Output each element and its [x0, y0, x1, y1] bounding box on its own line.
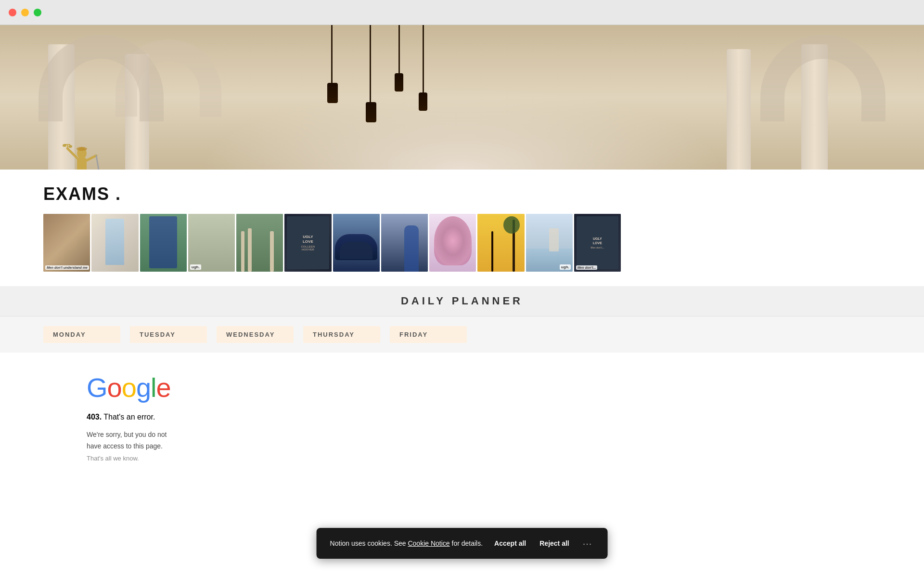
arch-column — [727, 49, 751, 170]
planner-days: MONDAY TUESDAY WEDNESDAY THURSDAY FRIDAY — [0, 316, 924, 353]
photo-thumbnail: UGLYLOVE COLLEENHOOVER — [284, 214, 331, 272]
logo-letter-o1: o — [107, 372, 122, 403]
logo-letter-l: l — [151, 372, 156, 403]
lady-justice-statue — [63, 110, 101, 170]
svg-point-8 — [63, 144, 66, 147]
maximize-button[interactable] — [34, 9, 41, 16]
photo-item — [477, 214, 524, 272]
photo-item — [236, 214, 283, 272]
error-code: 403. — [87, 413, 102, 421]
close-button[interactable] — [9, 9, 16, 16]
logo-letter-g2: g — [136, 372, 151, 403]
browser-content: EXAMS . Men don't understand me — [0, 25, 924, 578]
photo-thumbnail — [91, 214, 138, 272]
exams-title: EXAMS . — [43, 184, 881, 204]
error-short-desc: That's an error. — [102, 413, 155, 421]
planner-day-thursday: THURSDAY — [303, 326, 380, 343]
logo-letter-e: e — [156, 372, 170, 403]
planner-day-tuesday: TUESDAY — [130, 326, 207, 343]
photo-thumbnail — [429, 214, 476, 272]
more-options-icon[interactable]: ··· — [581, 538, 594, 549]
svg-point-9 — [68, 145, 72, 148]
cookie-banner: Notion uses cookies. See Cookie Notice f… — [317, 528, 608, 559]
photo-item: UGLYLOVE COLLEENHOOVER — [284, 214, 331, 272]
planner-title: DAILY PLANNER — [0, 286, 924, 316]
daily-planner-section: DAILY PLANNER MONDAY TUESDAY WEDNESDAY T… — [0, 286, 924, 353]
photo-item — [140, 214, 187, 272]
cookie-message: Notion uses cookies. See — [330, 539, 408, 547]
google-logo: Google — [87, 372, 837, 403]
hero-banner — [0, 25, 924, 170]
logo-letter-g: G — [87, 372, 107, 403]
photo-thumbnail — [333, 214, 380, 272]
photo-thumbnail: UGLYLOVE Men don't... Men don't... — [574, 214, 621, 272]
error-description: We're sorry, but you do not have access … — [87, 429, 212, 464]
cookie-message-end: for details. — [450, 539, 483, 547]
logo-letter-o2: o — [122, 372, 136, 403]
error-desc-line1: We're sorry, but you do not — [87, 429, 212, 440]
photo-item: ugh. — [188, 214, 235, 272]
svg-point-11 — [77, 147, 87, 151]
error-note: That's all we know. — [87, 454, 212, 464]
error-code-line: 403. That's an error. — [87, 413, 837, 421]
window-chrome — [0, 0, 924, 25]
reject-all-button[interactable]: Reject all — [538, 537, 571, 550]
photo-thumbnail — [140, 214, 187, 272]
cookie-notice-link[interactable]: Cookie Notice — [408, 539, 449, 547]
photo-thumbnail: ugh. — [526, 214, 573, 272]
photo-item: Men don't understand me — [43, 214, 90, 272]
photo-item: UGLYLOVE Men don't... Men don't... — [574, 214, 621, 272]
error-section: Google 403. That's an error. We're sorry… — [43, 353, 881, 484]
planner-day-monday: MONDAY — [43, 326, 120, 343]
photo-thumbnail: ugh. — [188, 214, 235, 272]
photo-item — [429, 214, 476, 272]
planner-day-wednesday: WEDNESDAY — [217, 326, 294, 343]
photo-strip: Men don't understand me — [43, 214, 621, 272]
accept-all-button[interactable]: Accept all — [492, 537, 528, 550]
cookie-text: Notion uses cookies. See Cookie Notice f… — [330, 539, 483, 549]
photo-item: ugh. — [526, 214, 573, 272]
page-content: EXAMS . Men don't understand me — [0, 170, 924, 484]
photo-item — [333, 214, 380, 272]
minimize-button[interactable] — [21, 9, 29, 16]
error-desc-line2: have access to this page. — [87, 441, 212, 451]
photo-thumbnail — [477, 214, 524, 272]
photo-thumbnail — [236, 214, 283, 272]
photo-item — [91, 214, 138, 272]
svg-line-12 — [96, 156, 99, 170]
photo-thumbnail — [381, 214, 428, 272]
photo-item — [381, 214, 428, 272]
photo-thumbnail: Men don't understand me — [43, 214, 90, 272]
planner-day-friday: FRIDAY — [390, 326, 467, 343]
